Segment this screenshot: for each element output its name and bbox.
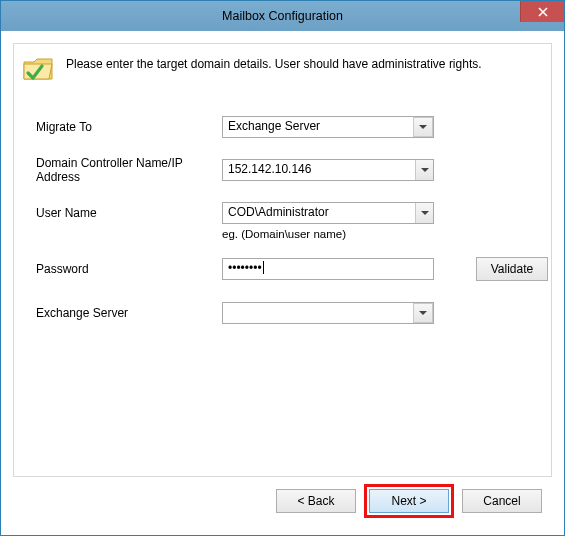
client-area: Please enter the target domain details. … (9, 39, 556, 527)
password-input[interactable]: •••••••• (222, 258, 434, 280)
migrate-to-dropdown-button[interactable] (413, 117, 433, 137)
dialog-window: Mailbox Configuration Please enter the t… (0, 0, 565, 536)
window-title: Mailbox Configuration (1, 9, 564, 23)
exchange-field[interactable] (222, 302, 434, 324)
main-panel: Please enter the target domain details. … (13, 43, 552, 477)
password-field-wrap: •••••••• (222, 258, 434, 280)
titlebar: Mailbox Configuration (1, 1, 564, 31)
username-dropdown-button[interactable] (415, 203, 433, 223)
row-username: User Name COD\Administrator (36, 202, 529, 224)
row-password: Password •••••••• Validate (36, 258, 529, 280)
exchange-dropdown-button[interactable] (413, 303, 433, 323)
dc-combobox[interactable]: 152.142.10.146 (222, 159, 434, 181)
close-button[interactable] (520, 1, 564, 22)
migrate-to-label: Migrate To (36, 120, 222, 134)
username-hint: eg. (Domain\user name) (222, 228, 529, 240)
row-exchange-server: Exchange Server (36, 302, 529, 324)
username-label: User Name (36, 206, 222, 220)
info-message: Please enter the target domain details. … (66, 54, 482, 72)
username-field[interactable]: COD\Administrator (222, 202, 434, 224)
migrate-to-field[interactable]: Exchange Server (222, 116, 434, 138)
chevron-down-icon (419, 311, 427, 315)
validate-button[interactable]: Validate (476, 257, 548, 281)
username-combobox[interactable]: COD\Administrator (222, 202, 434, 224)
exchange-dropdown[interactable] (222, 302, 434, 324)
chevron-down-icon (421, 211, 429, 215)
cancel-button[interactable]: Cancel (462, 489, 542, 513)
text-caret (263, 261, 264, 274)
next-button-highlight: Next > (364, 484, 454, 518)
dc-dropdown-button[interactable] (415, 160, 433, 180)
row-domain-controller: Domain Controller Name/IP Address 152.14… (36, 156, 529, 184)
chevron-down-icon (419, 125, 427, 129)
migrate-to-dropdown[interactable]: Exchange Server (222, 116, 434, 138)
close-icon (538, 7, 548, 17)
next-button[interactable]: Next > (369, 489, 449, 513)
dc-label: Domain Controller Name/IP Address (36, 156, 222, 184)
back-button[interactable]: < Back (276, 489, 356, 513)
wizard-buttons: < Back Next > Cancel (13, 481, 552, 521)
dc-field[interactable]: 152.142.10.146 (222, 159, 434, 181)
exchange-label: Exchange Server (36, 306, 222, 320)
info-header: Please enter the target domain details. … (14, 44, 551, 94)
password-label: Password (36, 262, 222, 276)
password-value: •••••••• (228, 261, 262, 275)
folder-check-icon (22, 54, 56, 84)
chevron-down-icon (421, 168, 429, 172)
row-migrate-to: Migrate To Exchange Server (36, 116, 529, 138)
form: Migrate To Exchange Server Domain Contro… (14, 94, 551, 324)
